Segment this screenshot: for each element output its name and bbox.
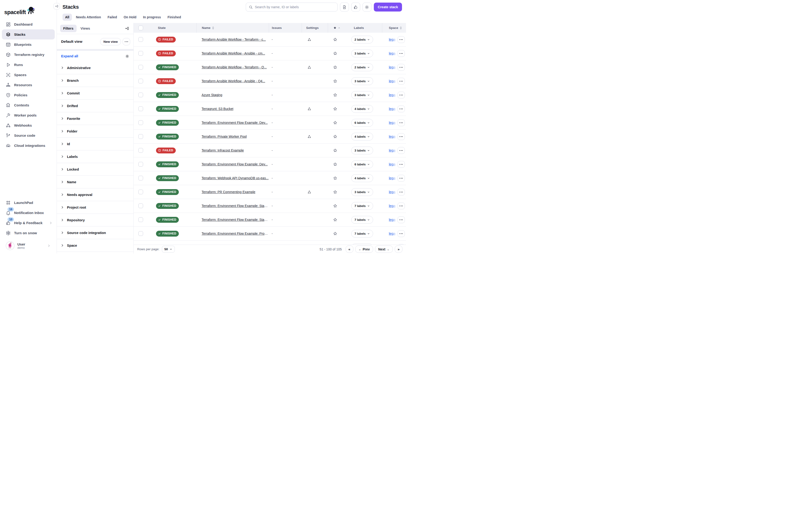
labels-dropdown[interactable]: 7 labels (351, 230, 373, 237)
space-link[interactable]: legacy (389, 79, 396, 83)
row-checkbox[interactable] (138, 51, 143, 56)
space-link[interactable]: legacy (389, 204, 396, 208)
row-actions-button[interactable] (398, 36, 405, 43)
filter-category-row[interactable]: Name (57, 176, 133, 188)
labels-dropdown[interactable]: 7 labels (351, 202, 373, 210)
rows-per-page-select[interactable]: 50 (162, 246, 175, 252)
space-link[interactable]: legacy (389, 190, 396, 194)
row-actions-button[interactable] (398, 216, 405, 223)
row-checkbox[interactable] (138, 134, 143, 139)
view-more-button[interactable] (123, 38, 130, 45)
labels-dropdown[interactable]: 3 labels (351, 147, 373, 154)
stack-name-link[interactable]: Terraform: Environment Flow Example: Pro… (201, 232, 269, 235)
sidebar-item-launchpad[interactable]: LaunchPad (2, 198, 55, 208)
row-actions-button[interactable] (398, 203, 405, 209)
labels-dropdown[interactable]: 4 labels (351, 105, 373, 113)
space-link[interactable]: legacy (389, 121, 396, 124)
sidebar-item-cloud-integrations[interactable]: Cloud integrations (2, 140, 55, 151)
sidebar-item-stacks[interactable]: Stacks (2, 30, 55, 40)
stack-name-link[interactable]: Terraform: Private Worker Pool (201, 134, 247, 138)
sidebar-item-terraform-registry[interactable]: Terraform registry (2, 50, 55, 60)
state-tab[interactable]: All (62, 14, 72, 21)
search-input[interactable] (255, 5, 335, 9)
filter-category-row[interactable]: Locked (57, 163, 133, 176)
space-link[interactable]: legacy (389, 162, 396, 166)
labels-dropdown[interactable]: 4 labels (351, 174, 373, 182)
favorite-star-icon[interactable] (333, 51, 337, 56)
sidebar-item-resources[interactable]: Resources (2, 80, 55, 90)
filter-category-row[interactable]: Favorite (57, 112, 133, 125)
sidebar-item-runs[interactable]: Runs (2, 60, 55, 70)
stack-name-link[interactable]: Terraform: Infracost Example (201, 149, 244, 152)
labels-dropdown[interactable]: 3 labels (351, 50, 373, 57)
sidebar-item-contexts[interactable]: Contexts (2, 100, 55, 110)
filter-category-row[interactable]: Commit (57, 87, 133, 100)
stack-name-link[interactable]: Terraform: Environment Flow Example: Dev… (201, 162, 268, 166)
favorite-star-icon[interactable] (333, 37, 337, 42)
stack-name-link[interactable]: Terraform Ansible Workflow - Terraform -… (201, 65, 267, 69)
space-link[interactable]: legacy (389, 51, 396, 55)
row-actions-button[interactable] (398, 133, 405, 140)
row-checkbox[interactable] (138, 176, 143, 180)
prev-page-button[interactable]: ← Prev (355, 245, 373, 253)
column-header-favorite[interactable] (328, 23, 342, 33)
filter-category-row[interactable]: Branch (57, 74, 133, 87)
filter-settings-gear-icon[interactable] (125, 54, 130, 59)
favorite-star-icon[interactable] (333, 176, 337, 180)
row-actions-button[interactable] (398, 161, 405, 168)
labels-dropdown[interactable]: 3 labels (351, 91, 373, 99)
sidebar-item-worker-pools[interactable]: Worker pools (2, 110, 55, 120)
create-stack-button[interactable]: Create stack (374, 3, 402, 11)
sidebar-item-blueprints[interactable]: Blueprints (2, 40, 55, 50)
settings-button[interactable] (362, 3, 371, 11)
state-tab[interactable]: Needs Attention (73, 14, 104, 21)
stack-name-link[interactable]: Terragrunt: S3 Bucket (201, 107, 233, 111)
row-checkbox[interactable] (138, 120, 143, 125)
row-checkbox[interactable] (138, 65, 143, 69)
row-actions-button[interactable] (398, 64, 405, 71)
sidebar-item-spaces[interactable]: Spaces (2, 70, 55, 80)
favorite-star-icon[interactable] (333, 93, 337, 97)
last-page-button[interactable]: » (395, 245, 402, 253)
filter-category-row[interactable]: Repository (57, 214, 133, 226)
space-link[interactable]: legacy (389, 38, 396, 41)
row-actions-button[interactable] (398, 106, 405, 112)
filter-category-row[interactable]: Space (57, 239, 133, 252)
expand-all-link[interactable]: Expand all (61, 54, 78, 58)
favorite-star-icon[interactable] (333, 162, 337, 167)
user-menu[interactable]: User demo (4, 241, 53, 250)
labels-dropdown[interactable]: 3 labels (351, 77, 373, 85)
row-checkbox[interactable] (138, 148, 143, 153)
filter-category-row[interactable]: Id (57, 138, 133, 150)
row-checkbox[interactable] (138, 204, 143, 208)
filter-category-row[interactable]: Administrative (57, 62, 133, 74)
docs-button[interactable] (340, 3, 349, 11)
space-link[interactable]: legacy (389, 149, 396, 152)
favorite-star-icon[interactable] (333, 79, 337, 83)
state-tab[interactable]: In progress (140, 14, 164, 21)
row-actions-button[interactable] (398, 50, 405, 57)
sidebar-collapse-button[interactable] (54, 3, 60, 9)
row-actions-button[interactable] (398, 119, 405, 126)
stack-name-link[interactable]: Terraform: Webhook API DynamoDB us-eas..… (201, 176, 269, 180)
sidebar-item-dashboard[interactable]: Dashboard (2, 19, 55, 30)
row-checkbox[interactable] (138, 231, 143, 236)
row-checkbox[interactable] (138, 189, 143, 194)
filters-collapse-button[interactable] (124, 26, 130, 31)
favorite-star-icon[interactable] (333, 218, 337, 222)
sidebar-item-policies[interactable]: Policies (2, 90, 55, 100)
row-actions-button[interactable] (398, 230, 405, 237)
filter-category-row[interactable]: Folder (57, 125, 133, 138)
row-actions-button[interactable] (398, 175, 405, 182)
space-link[interactable]: legacy (389, 232, 396, 235)
row-actions-button[interactable] (398, 92, 405, 99)
sidebar-item-help-feedback[interactable]: 10 Help & Feedback (2, 218, 55, 228)
filter-category-row[interactable]: Labels (57, 150, 133, 163)
stack-name-link[interactable]: Terraform: PR Commenting Example (201, 190, 255, 194)
select-all-checkbox[interactable] (138, 25, 143, 30)
state-tab[interactable]: Finished (165, 14, 184, 21)
row-checkbox[interactable] (138, 79, 143, 83)
row-actions-button[interactable] (398, 147, 405, 154)
row-checkbox[interactable] (138, 106, 143, 111)
state-tab[interactable]: On Hold (121, 14, 139, 21)
